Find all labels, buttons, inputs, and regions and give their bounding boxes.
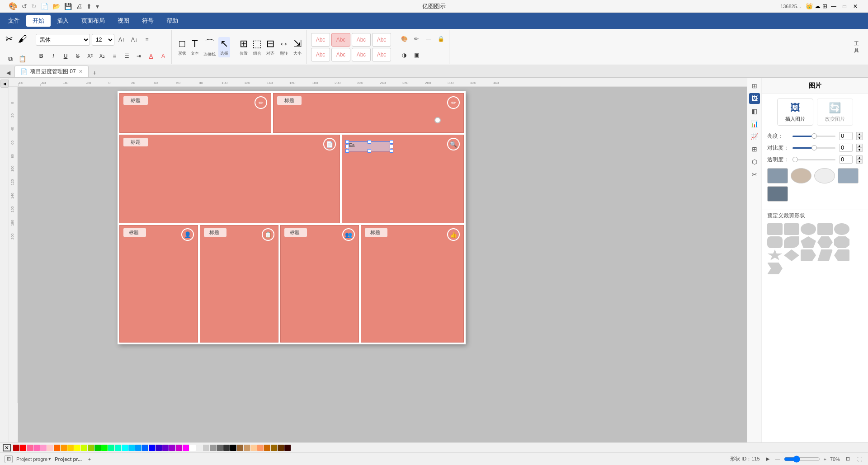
crop-rect-2[interactable]	[784, 223, 799, 235]
panel-nav-chart[interactable]: 📈	[749, 131, 760, 142]
copy-btn[interactable]: ⧉	[5, 54, 16, 63]
style-preset-4[interactable]: Abc	[372, 33, 391, 47]
color-black[interactable]	[230, 445, 236, 451]
section-bot-2-icon[interactable]: 📋	[262, 228, 274, 241]
style-preset-7[interactable]: Abc	[352, 48, 371, 61]
img-thumb-5[interactable]	[767, 186, 788, 202]
crop-shape-3[interactable]	[784, 236, 799, 248]
crop-shape-8[interactable]	[784, 249, 799, 261]
img-thumb-1[interactable]	[767, 168, 788, 183]
zoom-plus[interactable]: +	[824, 456, 826, 462]
selected-element[interactable]: Ea	[347, 141, 392, 151]
section-mid-left-icon[interactable]: 📄	[323, 138, 336, 150]
canvas-area[interactable]: 标题 ✏ 标题 ✏ 标题 📄	[18, 87, 747, 442]
list-btn[interactable]: ≡	[109, 52, 120, 61]
color-lime[interactable]	[101, 445, 108, 451]
section-mid-left[interactable]: 标题 📄	[119, 135, 340, 223]
color-sky[interactable]	[128, 445, 135, 451]
panel-nav-home[interactable]: ⊞	[749, 80, 760, 91]
crop-rect-1[interactable]	[767, 223, 783, 235]
handle-tm[interactable]	[368, 140, 371, 144]
redo-icon[interactable]: ↻	[30, 2, 38, 11]
color-rust[interactable]	[264, 445, 270, 451]
contrast-down[interactable]: ▼	[856, 148, 863, 152]
color-blue[interactable]	[142, 445, 148, 451]
bold-btn[interactable]: B	[36, 52, 47, 61]
fill-color-btn[interactable]: 🎨	[399, 34, 410, 43]
contrast-spinner[interactable]: ▲ ▼	[856, 144, 863, 152]
crop-shape-9[interactable]	[801, 249, 816, 261]
crop-shape-6[interactable]	[834, 236, 849, 248]
handle-mr[interactable]	[390, 145, 393, 148]
page-display-name[interactable]: Project pr...	[55, 456, 82, 462]
panel-nav-layers[interactable]: ◧	[749, 106, 760, 117]
nav-icon[interactable]: ◂	[0, 80, 9, 88]
color-lightpink[interactable]	[40, 445, 47, 451]
panel-nav-table[interactable]: ⊞	[749, 144, 760, 155]
format-painter-btn[interactable]: 🖌	[16, 33, 29, 45]
color-red[interactable]	[20, 445, 26, 451]
strikethrough-btn[interactable]: S	[72, 52, 83, 61]
section-top-left-icon[interactable]: ✏	[255, 96, 267, 109]
section-top-right[interactable]: 标题 ✏	[273, 93, 464, 133]
align-btn[interactable]: ≡	[142, 35, 152, 44]
underline-btn[interactable]: U	[60, 52, 71, 61]
maximize-btn[interactable]: □	[840, 2, 849, 10]
panel-nav-diagram[interactable]: ⬡	[749, 156, 760, 167]
crop-shape-11[interactable]	[834, 249, 849, 261]
color-darkblue[interactable]	[149, 445, 155, 451]
font-color-btn[interactable]: A	[158, 52, 169, 61]
color-chocolate[interactable]	[278, 445, 284, 451]
grid-icon[interactable]: ⊞	[822, 3, 827, 9]
section-bot-3-icon[interactable]: 👥	[342, 228, 355, 241]
crop-rect-3[interactable]	[801, 223, 816, 235]
color-maroon[interactable]	[284, 445, 291, 451]
crop-shape-1[interactable]	[834, 223, 849, 235]
color-magenta[interactable]	[176, 445, 182, 451]
save-icon[interactable]: 💾	[63, 2, 73, 11]
no-color-icon[interactable]: ✕	[3, 444, 11, 451]
handle-bm[interactable]	[368, 149, 371, 153]
menu-page-layout[interactable]: 页面布局	[75, 15, 111, 27]
crop-shape-7[interactable]	[767, 249, 783, 261]
zoom-slider[interactable]	[784, 456, 820, 463]
color-darkbrown[interactable]	[271, 445, 277, 451]
open-icon[interactable]: 📂	[51, 2, 61, 11]
section-bot-2[interactable]: 标题 📋	[200, 225, 278, 343]
crop-shape-5[interactable]	[817, 236, 833, 248]
nav-prev-icon[interactable]: ◀	[4, 68, 13, 77]
text-btn[interactable]: T 文本	[189, 37, 201, 57]
color-cornblue[interactable]	[135, 445, 142, 451]
change-image-btn[interactable]: 🔄 改变图片	[817, 99, 853, 126]
contrast-value[interactable]: 0	[839, 144, 853, 152]
paste-btn[interactable]: 📋	[17, 54, 28, 63]
menu-symbol[interactable]: 符号	[136, 15, 160, 27]
handle-tr[interactable]	[390, 140, 393, 144]
close-btn[interactable]: ✕	[851, 2, 860, 10]
menu-start[interactable]: 开始	[26, 15, 51, 27]
page-name-dropdown[interactable]: ▾	[48, 456, 51, 462]
add-tab-icon[interactable]: +	[90, 68, 99, 77]
line-style-btn[interactable]: —	[423, 34, 434, 43]
section-top-left[interactable]: 标题 ✏	[119, 93, 271, 133]
color-purple[interactable]	[162, 445, 169, 451]
color-orange[interactable]	[61, 445, 67, 451]
align-shapes-btn[interactable]: ⊟ 对齐	[264, 37, 276, 57]
color-turquoise[interactable]	[115, 445, 121, 451]
lock-btn[interactable]: 🔒	[435, 34, 446, 43]
section-bot-1-icon[interactable]: 👤	[181, 228, 194, 241]
opacity-slider[interactable]	[793, 155, 835, 164]
img-thumb-2[interactable]	[791, 168, 811, 183]
italic-btn[interactable]: I	[48, 52, 59, 61]
color-palerose[interactable]	[47, 445, 53, 451]
color-fuchsia[interactable]	[183, 445, 189, 451]
font-size-up-btn[interactable]: A↑	[116, 35, 127, 44]
play-icon[interactable]: ▶	[764, 455, 772, 463]
color-darkgray[interactable]	[210, 445, 216, 451]
color-mint[interactable]	[108, 445, 114, 451]
crop-shape-10[interactable]	[817, 249, 833, 261]
page-thumb-icon[interactable]: ⊞	[5, 455, 13, 463]
select-btn[interactable]: ↖ 选择	[218, 37, 230, 57]
section-top-right-icon[interactable]: ✏	[447, 96, 460, 109]
crop-shape-12[interactable]	[767, 263, 783, 274]
